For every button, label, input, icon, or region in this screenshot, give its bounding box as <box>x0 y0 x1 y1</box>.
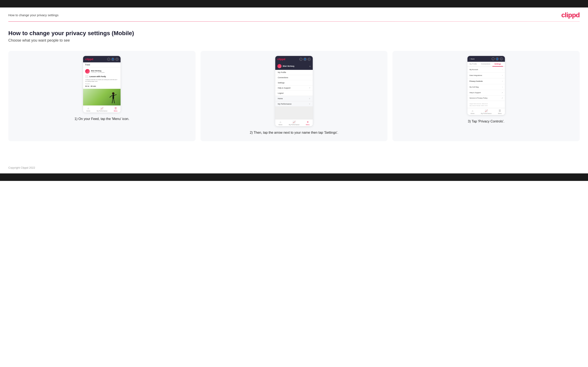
close-icon: ✕ <box>307 121 309 124</box>
golfer-figure <box>109 92 117 105</box>
search-icon-2: ⌕ <box>299 58 302 61</box>
step3-settings-list: My Account › Data Integrations › Privacy… <box>467 67 505 101</box>
step2-phone-header: clippd ⌕ 👤 ⊙ <box>275 56 313 62</box>
external-icon: ↗ <box>309 87 310 89</box>
tab-connections[interactable]: Connections <box>479 62 492 67</box>
performance-section-label: My Performance <box>278 103 292 105</box>
logout-label: Logout <box>278 92 284 94</box>
step2-user-left: Blair McHarg <box>277 64 294 68</box>
performance-icon-2: 📈 <box>293 121 296 124</box>
step3-tab-performance[interactable]: 📈 My Performance <box>481 109 492 114</box>
step1-image <box>83 89 121 105</box>
menu-section-home[interactable]: Home ∨ <box>275 96 313 101</box>
step3-tab-menu[interactable]: ☰ Menu <box>498 109 502 114</box>
step2-bg-content <box>275 107 313 119</box>
chevron-down-icon: ∨ <box>309 97 310 100</box>
menu-item-connections[interactable]: Connections <box>275 75 313 80</box>
page-header: How to change your privacy settings clip… <box>0 8 588 21</box>
lesson-icon <box>85 75 88 78</box>
step-2-caption: 2) Then, tap the arrow next to your name… <box>250 130 338 135</box>
step2-user-avatar <box>277 64 282 68</box>
step1-post-location: Yesterday · Sunningdale <box>91 72 104 73</box>
step1-tab-bar: ⌂ Home 📈 My Performance ☰ Menu <box>83 105 121 112</box>
step3-version-info: Clippd Client Version: 2022.8.3-3 SQL Se… <box>467 101 505 108</box>
my-account-label: My Account <box>469 69 478 70</box>
my-golf-bag-label: My Golf Bag <box>469 86 479 88</box>
step2-tab-performance-label: My Performance <box>289 124 299 125</box>
step3-icons: ⌕ 👤 ⊙ <box>492 57 503 60</box>
step1-tab-home[interactable]: ⌂ Home <box>86 107 90 112</box>
menu-item-logout[interactable]: Logout <box>275 91 313 96</box>
step-1-card: clippd ⌕ 👤 ⊙ Feed Blair McHarg Y <box>8 51 196 141</box>
settings-item-data-integrations[interactable]: Data Integrations › <box>467 73 505 78</box>
settings-label: Settings <box>278 82 285 84</box>
service-privacy-label: Service & Privacy Policy <box>469 97 487 99</box>
svg-line-3 <box>114 95 116 95</box>
settings-item-privacy-controls[interactable]: Privacy Controls › <box>467 78 505 84</box>
step2-tab-home[interactable]: ⌂ Home <box>278 121 282 125</box>
menu-item-my-profile[interactable]: My Profile <box>275 70 313 75</box>
step1-tab-performance[interactable]: 📈 My Performance <box>97 107 107 112</box>
step3-tab-home[interactable]: ⌂ Home <box>471 109 475 114</box>
settings-item-help-support[interactable]: Help & Support ↗ <box>467 90 505 95</box>
version-line2: SQL Server Version: 2022.7.30-1 <box>469 105 503 107</box>
step1-phone-header: clippd ⌕ 👤 ⊙ <box>83 56 121 62</box>
step3-back-bar: < Back ⌕ 👤 ⊙ <box>467 56 505 62</box>
menu-section-performance[interactable]: My Performance ∨ <box>275 101 313 107</box>
settings-icon-2: ⊙ <box>308 58 311 61</box>
svg-rect-1 <box>113 95 114 99</box>
top-bar <box>0 0 588 8</box>
step-2-phone: clippd ⌕ 👤 ⊙ Blair McHarg ∧ <box>275 56 313 126</box>
step1-tab-home-label: Home <box>86 110 90 112</box>
settings-icon-3: ⊙ <box>500 57 503 60</box>
copyright-text: Copyright Clippd 2022 <box>8 166 35 169</box>
step1-duration-value: 01 hr : 30 min <box>85 85 119 87</box>
home-icon-2: ⌂ <box>280 121 281 124</box>
tab-settings[interactable]: Settings <box>493 62 503 67</box>
chevron-right-icon-4: › <box>502 86 503 88</box>
step-3-card: < Back ⌕ 👤 ⊙ My Profile Connections Sett… <box>392 51 580 141</box>
menu-item-settings[interactable]: Settings <box>275 80 313 85</box>
step1-tab-menu[interactable]: ☰ Menu <box>114 107 117 112</box>
step1-feed-label: Feed <box>83 62 121 67</box>
breadcrumb: How to change your privacy settings <box>8 13 59 17</box>
step1-tab-performance-label: My Performance <box>97 110 107 112</box>
svg-line-5 <box>114 99 114 103</box>
search-icon: ⌕ <box>107 58 110 61</box>
step1-lesson-desc: Looking to feel like my hands are exitin… <box>85 79 119 82</box>
step1-avatar <box>85 69 90 74</box>
main-content: How to change your privacy settings (Mob… <box>0 22 588 162</box>
performance-icon-3: 📈 <box>485 109 488 112</box>
performance-icon: 📈 <box>100 107 104 110</box>
step2-section-items: Home ∨ My Performance ∨ <box>275 96 313 107</box>
tab-my-profile[interactable]: My Profile <box>467 62 479 67</box>
step2-tab-performance[interactable]: 📈 My Performance <box>289 121 299 125</box>
step3-settings-tabs: My Profile Connections Settings <box>467 62 505 67</box>
step2-user-row[interactable]: Blair McHarg ∧ <box>275 62 313 70</box>
external-icon-2: ↗ <box>502 92 503 93</box>
back-button[interactable]: < Back <box>469 58 475 60</box>
menu-item-help[interactable]: Help & Support ↗ <box>275 85 313 91</box>
profile-icon-3: 👤 <box>496 57 499 60</box>
search-icon-3: ⌕ <box>492 57 494 60</box>
settings-item-my-account[interactable]: My Account › <box>467 67 505 73</box>
settings-icon: ⊙ <box>116 58 119 61</box>
privacy-controls-label: Privacy Controls <box>469 80 483 82</box>
home-icon: ⌂ <box>87 107 89 110</box>
external-icon-3: ↗ <box>502 97 503 99</box>
my-profile-label: My Profile <box>278 71 286 73</box>
version-line1: Clippd Client Version: 2022.8.3-3 <box>469 103 503 105</box>
step2-tab-menu[interactable]: ✕ Menu <box>306 121 310 125</box>
step2-menu-items: My Profile Connections Settings Help & S… <box>275 70 313 96</box>
step2-user-name: Blair McHarg <box>283 65 294 67</box>
profile-icon-2: 👤 <box>303 58 306 61</box>
settings-item-my-golf-bag[interactable]: My Golf Bag › <box>467 84 505 90</box>
step3-tab-performance-label: My Performance <box>481 113 492 114</box>
menu-icon: ☰ <box>114 107 117 110</box>
help-support-label: Help & Support <box>469 92 481 93</box>
step2-tab-menu-label: Menu <box>306 124 310 125</box>
steps-grid: clippd ⌕ 👤 ⊙ Feed Blair McHarg Y <box>8 51 580 141</box>
settings-item-service-privacy[interactable]: Service & Privacy Policy ↗ <box>467 95 505 101</box>
step1-icons: ⌕ 👤 ⊙ <box>107 58 119 61</box>
step1-lesson-title: Lesson with Fordy <box>89 75 106 78</box>
